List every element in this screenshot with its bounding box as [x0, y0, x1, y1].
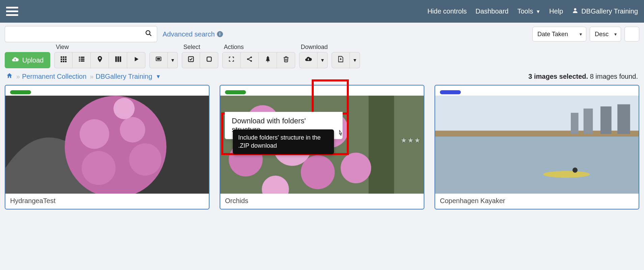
svg-point-0 — [574, 8, 577, 10]
sort-direction-select[interactable]: Desc — [590, 27, 621, 42]
view-detail-button[interactable] — [73, 52, 91, 68]
select-none-button[interactable] — [200, 52, 218, 68]
map-pin-icon — [96, 55, 104, 65]
breadcrumb-link[interactable]: Permanent Collection — [22, 73, 86, 80]
help-link[interactable]: Help — [549, 7, 563, 15]
search-sort-row: Advanced search i Date Taken Desc — [0, 23, 644, 42]
selection-status: 3 images selected. 8 images found. — [528, 73, 638, 80]
upload-button[interactable]: Upload — [5, 52, 50, 68]
advanced-search-label: Advanced search — [163, 30, 215, 38]
list-detail-icon — [78, 55, 85, 65]
thumbnail-image[interactable] — [5, 96, 209, 194]
download-group-label: Download — [299, 44, 328, 51]
view-map-button[interactable] — [91, 52, 109, 68]
thumbnail-card[interactable]: HydrangeaTest — [5, 85, 209, 210]
caret-down-icon: ▼ — [170, 57, 175, 63]
thumbnail-image[interactable] — [435, 96, 639, 194]
thumbnail-title: Orchids — [220, 194, 424, 209]
svg-point-41 — [113, 98, 135, 119]
search-button[interactable] — [140, 26, 157, 42]
svg-rect-11 — [65, 56, 67, 58]
selected-count: 3 images selected. — [528, 73, 588, 80]
export-button[interactable] — [332, 52, 350, 68]
sort-controls: Date Taken Desc — [532, 27, 639, 42]
svg-rect-55 — [584, 108, 593, 134]
advanced-search-link[interactable]: Advanced search i — [163, 30, 223, 38]
search-icon — [145, 29, 152, 39]
actions-group: Actions — [222, 44, 295, 68]
select-group-label: Select — [182, 44, 218, 51]
columns-icon — [114, 55, 122, 65]
svg-rect-19 — [81, 57, 84, 58]
view-list-button[interactable] — [624, 27, 639, 42]
svg-rect-28 — [157, 58, 160, 60]
breadcrumbs: » Permanent Collection » DBGallery Train… — [6, 72, 161, 81]
svg-rect-52 — [435, 134, 639, 194]
tools-label: Tools — [517, 7, 533, 15]
grid-icon — [60, 55, 67, 65]
svg-rect-12 — [61, 58, 62, 60]
star-icon: ★ — [408, 136, 414, 144]
delete-button[interactable] — [277, 52, 295, 68]
user-menu[interactable]: DBGallery Training — [572, 7, 638, 16]
tools-menu[interactable]: Tools ▼ — [517, 7, 540, 15]
thumbnail-title: Copenhagen Kayaker — [435, 194, 639, 209]
svg-point-39 — [129, 143, 161, 175]
share-button[interactable] — [241, 52, 259, 68]
star-icon: ★ — [414, 136, 420, 144]
view-slideshow-button[interactable] — [127, 52, 145, 68]
svg-rect-9 — [61, 56, 62, 58]
svg-rect-34 — [268, 61, 268, 63]
hamburger-menu-button[interactable] — [6, 5, 18, 18]
svg-rect-23 — [81, 60, 84, 62]
tree-icon — [264, 55, 272, 65]
user-name: DBGallery Training — [581, 7, 638, 15]
play-icon — [133, 55, 140, 65]
preview-icon — [155, 55, 162, 65]
cloud-upload-icon — [11, 56, 19, 65]
view-columns-button[interactable] — [109, 52, 127, 68]
svg-rect-30 — [207, 57, 211, 62]
breadcrumb-separator-icon: » — [90, 73, 92, 80]
svg-point-1 — [146, 31, 150, 35]
rating-stars[interactable]: ★★★ — [401, 136, 420, 144]
found-count: 8 images found. — [588, 73, 638, 80]
tree-button[interactable] — [259, 52, 277, 68]
svg-line-2 — [149, 34, 151, 36]
fullscreen-button[interactable] — [222, 52, 241, 68]
actions-group-label: Actions — [222, 44, 295, 51]
sort-field-select[interactable]: Date Taken — [532, 27, 586, 42]
download-group: Download ▼ — [299, 44, 328, 68]
preview-dropdown-button[interactable]: ▼ — [168, 52, 178, 68]
view-grid-button[interactable] — [54, 52, 73, 68]
svg-rect-57 — [617, 104, 630, 134]
caret-down-icon: ▼ — [353, 57, 357, 63]
top-nav: Hide controls Dashboard Tools ▼ Help DBG… — [427, 7, 638, 16]
svg-point-40 — [82, 151, 116, 185]
select-group: Select — [182, 44, 218, 68]
export-dropdown-button[interactable]: ▼ — [350, 52, 360, 68]
sort-direction-value: Desc — [595, 31, 609, 38]
dashboard-link[interactable]: Dashboard — [476, 7, 509, 15]
user-icon — [572, 7, 579, 16]
select-all-button[interactable] — [182, 52, 200, 68]
caret-down-icon: ▼ — [320, 57, 325, 63]
preview-button[interactable] — [149, 52, 168, 68]
topbar: Hide controls Dashboard Tools ▼ Help DBG… — [0, 0, 644, 23]
breadcrumb-dropdown-button[interactable]: ▼ — [156, 74, 161, 80]
svg-rect-26 — [119, 56, 121, 62]
download-dropdown-button[interactable]: ▼ — [317, 52, 328, 68]
svg-point-49 — [341, 153, 371, 183]
svg-point-48 — [301, 155, 335, 189]
hide-controls-link[interactable]: Hide controls — [427, 7, 467, 15]
breadcrumb-link[interactable]: DBGallery Training — [95, 73, 152, 80]
home-icon[interactable] — [6, 72, 13, 81]
search-wrap — [5, 26, 157, 42]
svg-rect-13 — [63, 58, 65, 60]
info-icon: i — [217, 31, 223, 37]
search-input[interactable] — [5, 26, 140, 42]
svg-rect-17 — [65, 61, 67, 63]
thumbnail-card[interactable]: Copenhagen Kayaker — [435, 85, 639, 210]
star-icon: ★ — [401, 136, 407, 144]
download-button[interactable] — [299, 52, 317, 68]
